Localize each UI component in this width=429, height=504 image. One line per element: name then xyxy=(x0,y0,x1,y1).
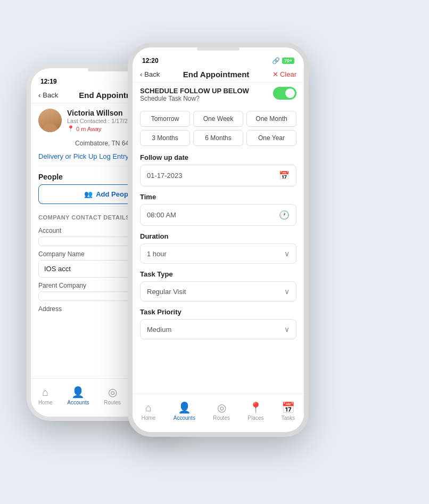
time-value: 08:00 AM xyxy=(147,211,176,219)
priority-select[interactable]: Medium ∨ xyxy=(140,319,296,339)
tasks-icon-2: 📅 xyxy=(282,401,295,414)
nav-accounts-label-2: Accounts xyxy=(174,415,195,421)
status-icons-2: 🔗 70+ xyxy=(272,57,294,64)
time-label: Time xyxy=(140,193,296,201)
phone-2: 12:20 🔗 70+ ‹ Back End Appointment ✕ Cle… xyxy=(128,43,309,437)
nav-home-label-2: Home xyxy=(142,415,156,421)
nav-home-label-1: Home xyxy=(38,400,53,405)
time-2: 12:20 xyxy=(142,57,159,64)
places-icon-2: 📍 xyxy=(249,401,262,414)
nav-accounts-1[interactable]: 👤 Accounts xyxy=(67,386,89,405)
notch-1 xyxy=(88,68,130,71)
back-btn-1[interactable]: ‹ Back xyxy=(38,91,58,99)
schedule-text: SCHEDULE FOLLOW UP BELOW Schedule Task N… xyxy=(140,87,249,102)
time-input[interactable]: 08:00 AM 🕐 xyxy=(140,204,296,226)
quick-btn-tomorrow[interactable]: Tomorrow xyxy=(140,111,190,127)
routes-icon-2: ◎ xyxy=(217,401,226,414)
quick-btn-one-year[interactable]: One Year xyxy=(246,130,296,146)
schedule-title: SCHEDULE FOLLOW UP BELOW xyxy=(140,87,249,95)
schedule-header: SCHEDULE FOLLOW UP BELOW Schedule Task N… xyxy=(133,83,304,107)
quick-btn-3-months[interactable]: 3 Months xyxy=(140,130,190,146)
back-arrow-2: ‹ xyxy=(140,70,142,78)
form-section-time: Time 08:00 AM 🕐 xyxy=(133,190,304,229)
home-icon-1: ⌂ xyxy=(42,386,48,399)
tasktype-chevron: ∨ xyxy=(284,287,290,296)
link-icon-2: 🔗 xyxy=(272,57,280,64)
accounts-icon-1: 👤 xyxy=(71,386,85,399)
pin-icon: 📍 xyxy=(67,125,75,132)
status-bar-2: 12:20 🔗 70+ xyxy=(133,53,304,67)
nav-accounts-label-1: Accounts xyxy=(67,400,89,405)
quick-btn-one-week[interactable]: One Week xyxy=(193,111,243,127)
nav-tasks-2[interactable]: 📅 Tasks xyxy=(282,401,295,421)
schedule-sub: Schedule Task Now? xyxy=(140,95,249,102)
tasktype-label: Task Type xyxy=(140,270,296,278)
quick-btn-6-months[interactable]: 6 Months xyxy=(193,130,243,146)
accounts-icon-2: 👤 xyxy=(178,401,191,414)
battery-2: 70+ xyxy=(282,58,294,64)
priority-value: Medium xyxy=(147,326,171,334)
duration-select[interactable]: 1 hour ∨ xyxy=(140,243,296,264)
form-section-tasktype: Task Type Regular Visit ∨ xyxy=(133,267,304,305)
notch-2 xyxy=(197,47,240,51)
nav-tasks-label-2: Tasks xyxy=(282,415,295,421)
back-btn-2[interactable]: ‹ Back xyxy=(140,70,160,78)
toggle-schedule[interactable] xyxy=(273,87,296,100)
bottom-nav-2: ⌂ Home 👤 Accounts ◎ Routes 📍 Places 📅 Ta… xyxy=(133,394,304,432)
time-1: 12:19 xyxy=(40,78,57,85)
schedule-header-row: SCHEDULE FOLLOW UP BELOW Schedule Task N… xyxy=(140,87,296,102)
nav-places-2[interactable]: 📍 Places xyxy=(248,401,263,421)
form-section-date: Follow up date 01-17-2023 📅 xyxy=(133,150,304,190)
quick-btn-one-month[interactable]: One Month xyxy=(246,111,296,127)
priority-chevron: ∨ xyxy=(284,325,290,334)
tasktype-select[interactable]: Regular Visit ∨ xyxy=(140,281,296,302)
nav-routes-1[interactable]: ◎ Routes xyxy=(104,386,121,405)
quick-btns: Tomorrow One Week One Month 3 Months 6 M… xyxy=(133,107,304,150)
follow-up-value: 01-17-2023 xyxy=(147,172,183,180)
home-icon-2: ⌂ xyxy=(145,402,152,414)
follow-up-label: Follow up date xyxy=(140,153,296,161)
form-section-duration: Duration 1 hour ∨ xyxy=(133,229,304,267)
priority-label: Task Priority xyxy=(140,308,296,316)
clear-icon-2: ✕ xyxy=(273,70,278,78)
nav-home-1[interactable]: ⌂ Home xyxy=(38,386,53,405)
calendar-icon: 📅 xyxy=(279,170,290,181)
duration-label: Duration xyxy=(140,232,296,240)
nav-home-2[interactable]: ⌂ Home xyxy=(142,402,156,421)
tasktype-value: Regular Visit xyxy=(147,288,186,296)
people-icon: 👥 xyxy=(84,190,93,198)
duration-chevron: ∨ xyxy=(284,249,290,258)
avatar-img xyxy=(38,109,62,132)
header-2: ‹ Back End Appointment ✕ Clear xyxy=(133,67,304,83)
header-title-2: End Appointment xyxy=(183,70,249,79)
avatar xyxy=(38,109,62,132)
nav-routes-label-1: Routes xyxy=(104,400,121,405)
duration-value: 1 hour xyxy=(147,250,167,258)
routes-icon-1: ◎ xyxy=(108,386,117,399)
form-section-priority: Task Priority Medium ∨ xyxy=(133,305,304,343)
clock-icon: 🕐 xyxy=(279,210,290,220)
follow-up-input[interactable]: 01-17-2023 📅 xyxy=(140,165,296,186)
nav-routes-label-2: Routes xyxy=(213,415,230,421)
nav-places-label-2: Places xyxy=(248,415,263,421)
back-arrow-1: ‹ xyxy=(38,91,40,99)
nav-routes-2[interactable]: ◎ Routes xyxy=(213,401,230,421)
nav-accounts-2[interactable]: 👤 Accounts xyxy=(174,401,195,421)
clear-btn-2[interactable]: ✕ Clear xyxy=(273,70,296,78)
